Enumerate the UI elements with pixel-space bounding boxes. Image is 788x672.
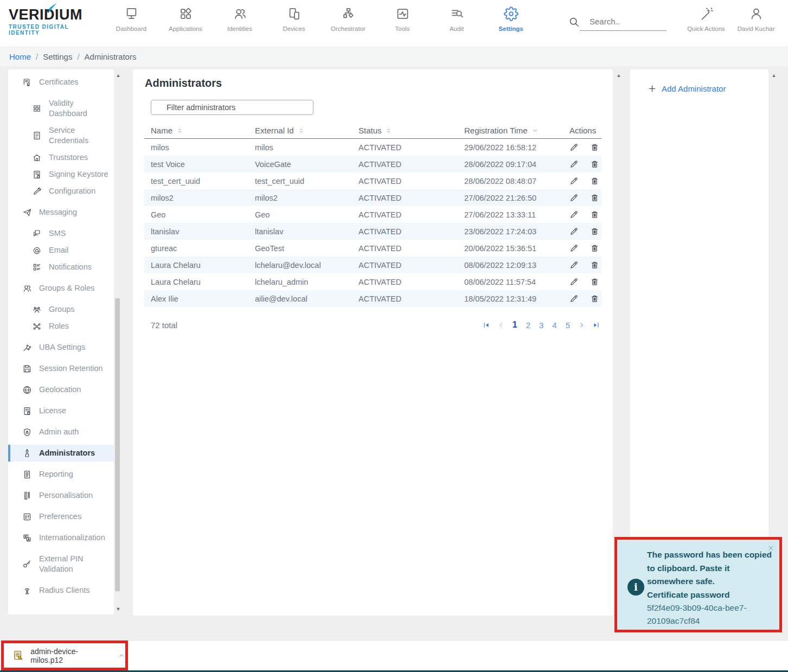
nav-item-dashboard[interactable]: Dashboard	[104, 5, 158, 32]
downloaded-file-item[interactable]: admin-device-milos.p12	[1, 641, 128, 670]
sidebar-item-certificates[interactable]: Certificates	[8, 74, 114, 91]
delete-button[interactable]	[590, 277, 599, 286]
sidebar-item-validity-dashboard[interactable]: Validity Dashboard	[8, 95, 114, 122]
sidebar-item-roles[interactable]: Roles	[8, 318, 114, 335]
delete-button[interactable]	[590, 210, 599, 219]
column-header-external-id[interactable]: External Id	[248, 126, 352, 135]
edit-button[interactable]	[569, 176, 579, 185]
next-page-button[interactable]	[578, 321, 586, 329]
filter-administrators-input[interactable]	[151, 100, 313, 115]
sidebar-scrollbar-thumb[interactable]	[115, 298, 120, 591]
column-header-registration-time[interactable]: Registration Time	[458, 126, 563, 135]
first-page-button[interactable]	[482, 321, 490, 329]
search-icon[interactable]	[568, 16, 580, 28]
delete-button[interactable]	[590, 260, 599, 270]
add-administrator-button[interactable]: Add Administrator	[648, 84, 768, 93]
delete-button[interactable]	[590, 159, 599, 169]
edit-button[interactable]	[569, 294, 579, 303]
panel-scroll-up-icon[interactable]: ▲	[770, 73, 778, 78]
sidebar-item-radius-clients[interactable]: Radius Clients	[8, 582, 114, 599]
nav-item-orchestrator[interactable]: Orchestrator	[321, 5, 375, 32]
sidebar-item-license[interactable]: License	[8, 402, 114, 419]
cell-actions	[563, 193, 601, 202]
sidebar-item-notifications[interactable]: Notifications	[8, 259, 114, 276]
sidebar-item-geolocation[interactable]: Geolocation	[8, 381, 114, 398]
sidebar-item-reporting[interactable]: Reporting	[8, 466, 114, 483]
page-number-3[interactable]: 3	[538, 321, 544, 330]
nav-item-settings[interactable]: Settings	[484, 5, 538, 32]
cell-status: ACTIVATED	[352, 143, 458, 152]
nav-item-applications[interactable]: Applications	[158, 5, 213, 32]
nav-item-identities[interactable]: Identities	[213, 5, 267, 32]
table-row: test Voice VoiceGate ACTIVATED 28/06/202…	[144, 156, 601, 172]
sidebar-item-sms[interactable]: SMS	[8, 225, 114, 242]
cell-external-id: ailie@dev.local	[248, 295, 352, 303]
cell-actions	[563, 260, 601, 270]
sidebar-item-service-credentials[interactable]: Service Credentials	[8, 122, 114, 149]
sidebar-item-internationalization[interactable]: Internationalization	[8, 529, 114, 546]
total-count: 72 total	[151, 321, 177, 330]
breadcrumb-settings[interactable]: Settings	[43, 52, 72, 61]
column-header-name[interactable]: Name	[144, 126, 248, 135]
sidebar-item-uba-settings[interactable]: UBA Settings	[8, 339, 114, 356]
sidebar-item-administrators[interactable]: Administrators	[8, 445, 114, 462]
last-page-button[interactable]	[592, 321, 600, 329]
orchestrator-icon	[341, 7, 356, 21]
nav-item-audit[interactable]: Audit	[430, 5, 484, 32]
edit-button[interactable]	[569, 260, 579, 270]
cell-name: milos2	[144, 194, 248, 202]
nav-item-tools[interactable]: Tools	[375, 5, 430, 32]
delete-button[interactable]	[590, 193, 599, 202]
plus-icon	[648, 84, 657, 93]
search-area	[568, 16, 667, 31]
sidebar-item-session-retention[interactable]: Session Retention	[8, 360, 114, 377]
sidebar-item-admin-auth[interactable]: Admin auth	[8, 424, 114, 440]
chevron-up-icon[interactable]	[118, 652, 125, 659]
cell-external-id: VoiceGate	[248, 160, 352, 169]
edit-button[interactable]	[569, 159, 579, 169]
edit-button[interactable]	[569, 244, 579, 253]
sidebar-item-groups-roles[interactable]: Groups & Roles	[8, 280, 114, 297]
table-footer: 72 total 12345	[144, 320, 601, 330]
sidebar-item-preferences[interactable]: Preferences	[8, 508, 114, 525]
previous-page-button[interactable]	[497, 321, 505, 329]
edit-button[interactable]	[569, 277, 579, 286]
sidebar-item-messaging[interactable]: Messaging	[8, 204, 114, 221]
cell-registration-time: 20/06/2022 15:36:51	[458, 244, 563, 253]
cell-registration-time: 18/05/2022 12:31:49	[458, 295, 563, 303]
toast-close-icon[interactable]	[767, 545, 774, 552]
delete-button[interactable]	[590, 294, 599, 303]
delete-button[interactable]	[590, 244, 599, 253]
page-number-2[interactable]: 2	[525, 321, 531, 330]
document-lock-icon	[32, 170, 42, 180]
breadcrumb-home[interactable]: Home	[9, 52, 31, 61]
sidebar-scroll-down-icon[interactable]: ▼	[114, 606, 122, 612]
page-title: Administrators	[145, 77, 601, 89]
edit-button[interactable]	[569, 143, 579, 152]
veridium-logo[interactable]: VERIDIUM TRUSTED DIGITAL IDENTITY	[9, 7, 90, 36]
delete-button[interactable]	[590, 176, 599, 185]
search-input[interactable]	[580, 17, 667, 31]
main-scroll-up-icon[interactable]: ▲	[615, 73, 623, 78]
sidebar-item-signing-keystore[interactable]: Signing Keystore	[8, 166, 114, 183]
edit-button[interactable]	[569, 210, 579, 219]
edit-button[interactable]	[569, 227, 579, 236]
delete-button[interactable]	[590, 143, 599, 152]
sidebar-item-email[interactable]: Email	[8, 242, 114, 259]
sidebar-scroll-up-icon[interactable]: ▲	[114, 73, 122, 78]
sidebar-item-personalisation[interactable]: Personalisation	[8, 487, 114, 504]
user-menu[interactable]: David Kuchar	[733, 5, 779, 32]
sidebar-item-external-pin-validation[interactable]: External PIN Validation	[8, 551, 114, 578]
nav-item-devices[interactable]: Devices	[267, 5, 321, 32]
group-icon	[32, 305, 42, 315]
sidebar-item-truststores[interactable]: Truststores	[8, 149, 114, 166]
column-header-status[interactable]: Status	[352, 126, 458, 135]
page-number-4[interactable]: 4	[551, 321, 558, 330]
sidebar-item-configuration[interactable]: Configuration	[8, 183, 114, 200]
page-number-1[interactable]: 1	[511, 320, 518, 330]
edit-button[interactable]	[569, 193, 579, 202]
sidebar-item-groups[interactable]: Groups	[8, 301, 114, 318]
delete-button[interactable]	[590, 227, 599, 236]
page-number-5[interactable]: 5	[565, 321, 571, 330]
quick-actions-button[interactable]: Quick Actions	[685, 5, 727, 32]
